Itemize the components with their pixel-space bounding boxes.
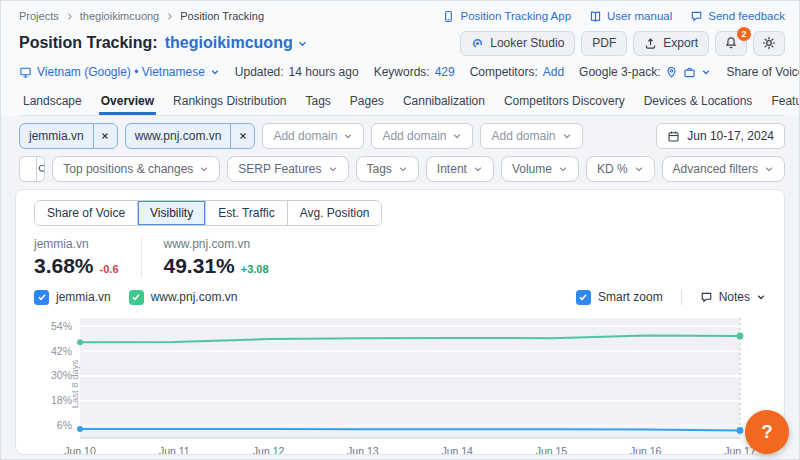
keywords-info: Keywords: 429 (374, 65, 455, 79)
tab-landscape[interactable]: Landscape (21, 89, 84, 115)
notes-dropdown[interactable]: Notes (700, 290, 766, 304)
metric-tab-visibility[interactable]: Visibility (138, 201, 206, 225)
advanced-filters-dropdown[interactable]: Advanced filters (662, 156, 785, 182)
chevron-down-icon (210, 67, 220, 77)
chevron-right-icon (165, 12, 174, 21)
position-tracking-app-link[interactable]: Position Tracking App (442, 10, 571, 23)
svg-text:Jun 12: Jun 12 (253, 445, 285, 455)
checkbox-checked-icon (129, 290, 144, 305)
tab-cannibalization[interactable]: Cannibalization (401, 89, 487, 115)
google-pack-selector[interactable]: Google 3-pack: (579, 65, 711, 79)
settings-button[interactable] (753, 31, 785, 56)
page-title: Position Tracking: thegioikimcuong (19, 34, 308, 52)
notifications-button[interactable]: 2 (715, 31, 747, 56)
project-selector[interactable]: thegioikimcuong (165, 34, 308, 52)
chevron-down-icon (701, 67, 711, 77)
locale-selector[interactable]: Vietnam (Google) • Vietnamese (19, 65, 220, 79)
looker-studio-button[interactable]: Looker Studio (460, 31, 575, 56)
metric-summary: jemmia.vn 3.68% -0.6 www.pnj.com.vn 49.3… (34, 237, 766, 278)
domain-chip-pnj[interactable]: www.pnj.com.vn (125, 123, 256, 149)
close-icon (100, 131, 110, 141)
tab-rankings-distribution[interactable]: Rankings Distribution (171, 89, 288, 115)
chevron-down-icon (398, 164, 408, 174)
add-domain-dropdown[interactable]: Add domain (371, 123, 473, 149)
main-tabs: Landscape Overview Rankings Distribution… (19, 89, 785, 116)
chevron-down-icon (562, 131, 572, 141)
svg-text:Jun 15: Jun 15 (536, 445, 568, 455)
updated-info: Updated: 14 hours ago (235, 65, 359, 79)
remove-domain-button[interactable] (93, 124, 117, 148)
export-button[interactable]: Export (633, 31, 709, 56)
kd-dropdown[interactable]: KD % (586, 156, 655, 182)
chart-legend-row: jemmia.vn www.pnj.com.vn Smart zoom Note… (34, 288, 766, 306)
export-icon (644, 37, 657, 50)
help-button[interactable]: ? (745, 410, 789, 454)
close-icon (238, 131, 248, 141)
page-header: Projects thegioikimcuong Position Tracki… (1, 1, 799, 116)
chevron-down-icon (634, 164, 644, 174)
visibility-card: Share of Voice Visibility Est. Traffic A… (15, 189, 785, 455)
position-tracking-page: Projects thegioikimcuong Position Tracki… (0, 0, 800, 460)
notification-badge: 2 (737, 27, 751, 41)
tab-pages[interactable]: Pages (348, 89, 386, 115)
tab-devices-locations[interactable]: Devices & Locations (642, 89, 755, 115)
pdf-button[interactable]: PDF (581, 31, 627, 56)
breadcrumb-project[interactable]: thegioikimcuong (80, 10, 160, 22)
svg-text:Jun 10: Jun 10 (64, 445, 96, 455)
metric-jemmia: jemmia.vn 3.68% -0.6 (34, 237, 141, 278)
metric-value: 3.68% (34, 254, 94, 278)
smart-zoom-toggle[interactable]: Smart zoom (576, 290, 663, 305)
serp-features-dropdown[interactable]: SERP Features (227, 156, 348, 182)
keyword-search-input[interactable] (20, 162, 36, 176)
tab-featured-snippets[interactable]: Featured Snippets (769, 89, 800, 115)
monitor-icon (19, 66, 32, 79)
intent-dropdown[interactable]: Intent (426, 156, 494, 182)
chevron-down-icon (764, 164, 774, 174)
domain-filter-row: jemmia.vn www.pnj.com.vn Add domain Add … (19, 123, 785, 149)
gear-icon (762, 36, 776, 50)
metric-tab-est-traffic[interactable]: Est. Traffic (206, 201, 287, 225)
chevron-down-icon (473, 164, 483, 174)
tab-tags[interactable]: Tags (303, 89, 332, 115)
keyword-search (19, 156, 45, 182)
user-manual-link[interactable]: User manual (589, 10, 672, 23)
legend-toggle-jemmia[interactable]: jemmia.vn (34, 290, 111, 305)
add-domain-dropdown[interactable]: Add domain (480, 123, 582, 149)
metric-tab-share-of-voice[interactable]: Share of Voice (35, 201, 138, 225)
top-positions-dropdown[interactable]: Top positions & changes (52, 156, 220, 182)
tab-competitors-discovery[interactable]: Competitors Discovery (502, 89, 627, 115)
add-competitors-link[interactable]: Add (543, 65, 564, 79)
checkbox-checked-icon (576, 290, 591, 305)
svg-text:Jun 13: Jun 13 (347, 445, 379, 455)
keywords-count-link[interactable]: 429 (435, 65, 455, 79)
notes-bubble-icon (700, 291, 713, 304)
metric-value: 49.31% (164, 254, 235, 278)
search-button[interactable] (36, 157, 45, 181)
keyword-filter-row: Top positions & changes SERP Features Ta… (19, 156, 785, 182)
send-feedback-link[interactable]: Send feedback (690, 10, 785, 23)
competitors-info: Competitors: Add (470, 65, 564, 79)
feedback-bubble-icon (690, 10, 703, 23)
legend-toggle-pnj[interactable]: www.pnj.com.vn (129, 290, 238, 305)
tags-dropdown[interactable]: Tags (356, 156, 419, 182)
volume-dropdown[interactable]: Volume (501, 156, 579, 182)
chevron-down-icon (343, 131, 353, 141)
metric-tabs: Share of Voice Visibility Est. Traffic A… (34, 200, 382, 226)
metric-tab-avg-position[interactable]: Avg. Position (288, 201, 382, 225)
svg-text:54%: 54% (51, 320, 72, 332)
breadcrumb-projects[interactable]: Projects (19, 10, 59, 22)
divider (681, 289, 682, 305)
svg-text:6%: 6% (57, 419, 72, 431)
info-bar: Vietnam (Google) • Vietnamese Updated: 1… (19, 63, 785, 81)
domain-chip-jemmia[interactable]: jemmia.vn (19, 123, 118, 149)
bell-icon (724, 36, 738, 50)
chevron-down-icon (558, 164, 568, 174)
tab-overview[interactable]: Overview (99, 89, 156, 115)
visibility-chart[interactable]: 6%18%30%42%54%Last 8 daysJun 10Jun 11Jun… (34, 312, 766, 455)
filters-section: jemmia.vn www.pnj.com.vn Add domain Add … (1, 116, 799, 189)
add-domain-dropdown[interactable]: Add domain (262, 123, 364, 149)
chevron-right-icon (65, 12, 74, 21)
remove-domain-button[interactable] (230, 124, 254, 148)
chevron-down-icon (199, 164, 209, 174)
date-range-picker[interactable]: Jun 10-17, 2024 (656, 123, 785, 149)
